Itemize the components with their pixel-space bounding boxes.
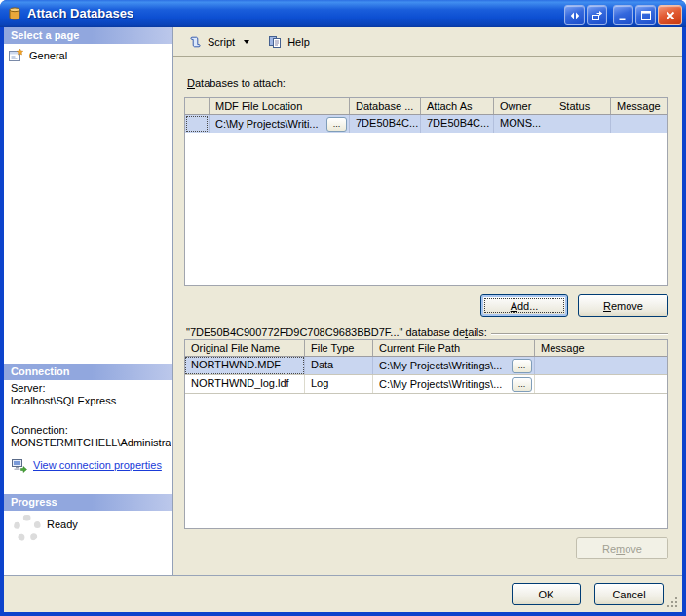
column-header-file-type: File Type — [305, 340, 373, 356]
group-box-line — [491, 333, 668, 334]
script-button[interactable]: Script — [181, 31, 255, 53]
toolbar: Script Help — [173, 27, 682, 57]
status-cell — [553, 115, 611, 133]
column-header-original-file-name: Original File Name — [185, 340, 305, 356]
attach-databases-dialog: Attach Databases Select a page — [0, 0, 686, 616]
window-controls — [564, 5, 682, 25]
current-file-path-value: C:\My Projects\Writings\... — [379, 376, 502, 393]
databases-to-attach-label: Databases to attach: — [187, 77, 286, 89]
add-button[interactable]: Add... — [480, 294, 568, 317]
browse-log-file-button[interactable]: ... — [512, 377, 532, 392]
attach-grid-row[interactable]: C:\My Projects\Writi... ... 7DE50B4C... … — [185, 115, 667, 133]
progress-header: Progress — [4, 494, 172, 511]
footer: OK Cancel — [4, 575, 682, 612]
script-button-label: Script — [208, 36, 235, 48]
help-icon — [267, 34, 283, 50]
column-header-database: Database ... — [350, 98, 421, 114]
cancel-button[interactable]: Cancel — [594, 583, 664, 605]
attach-as-cell: 7DE50B4C... — [421, 115, 494, 133]
general-page-icon — [8, 48, 24, 63]
current-file-path-cell: C:\My Projects\Writings\... ... — [373, 375, 535, 393]
connection-properties-icon — [11, 457, 27, 473]
sidebar-item-general[interactable]: General — [8, 47, 67, 63]
view-connection-properties-link[interactable]: View connection properties — [33, 459, 162, 471]
nav-arrows-button[interactable] — [564, 5, 585, 25]
current-file-path-value: C:\My Projects\Writings\... — [379, 358, 502, 374]
server-label: Server: — [11, 382, 116, 395]
select-a-page-header: Select a page — [4, 27, 172, 44]
original-file-name-cell: NORTHWND.MDF — [185, 357, 305, 374]
titlebar[interactable]: Attach Databases — [0, 0, 686, 27]
button-focus-rect — [484, 298, 564, 313]
connection-header: Connection — [4, 364, 172, 380]
sidebar-item-general-label: General — [29, 50, 67, 61]
mdf-file-location-value: C:\My Projects\Writi... — [215, 116, 319, 133]
file-type-cell: Data — [305, 357, 373, 374]
progress-spinner-icon — [14, 515, 41, 542]
connection-label: Connection: — [11, 424, 171, 437]
original-file-name-cell: NORTHWND_log.ldf — [185, 375, 305, 393]
details-grid-header: Original File Name File Type Current Fil… — [185, 340, 667, 357]
column-header-owner: Owner — [494, 98, 553, 114]
resize-grip[interactable] — [666, 596, 678, 608]
ok-button[interactable]: OK — [512, 583, 581, 605]
details-message-cell — [535, 357, 667, 374]
remove-button[interactable]: Remove — [578, 294, 668, 317]
close-button[interactable] — [658, 5, 682, 25]
browse-data-file-button[interactable]: ... — [512, 359, 532, 373]
progress-status: Ready — [47, 519, 78, 530]
details-message-cell — [535, 375, 667, 393]
file-type-cell: Log — [305, 375, 373, 393]
row-focus-rect — [186, 116, 208, 132]
server-value: localhost\SQLExpress — [11, 395, 116, 407]
column-header-details-message: Message — [535, 340, 667, 356]
pop-out-button[interactable] — [587, 5, 607, 25]
help-button-label: Help — [287, 36, 310, 48]
databases-to-attach-grid[interactable]: MDF File Location Database ... Attach As… — [184, 97, 668, 286]
script-icon — [187, 34, 203, 50]
database-cell: 7DE50B4C... — [350, 115, 421, 133]
minimize-button[interactable] — [613, 5, 633, 25]
attach-grid-header: MDF File Location Database ... Attach As… — [185, 98, 667, 115]
help-button[interactable]: Help — [261, 31, 316, 53]
main-panel: Script Help Dat — [173, 27, 682, 575]
database-details-label: "7DE50B4C900772FD9C708C9683BBD7F..." dat… — [186, 327, 487, 338]
database-details-grid[interactable]: Original File Name File Type Current Fil… — [184, 339, 668, 529]
browse-mdf-button[interactable]: ... — [326, 117, 347, 132]
column-header-status: Status — [553, 98, 611, 114]
script-dropdown-icon — [244, 40, 249, 44]
original-file-name-value: NORTHWND.MDF — [191, 359, 281, 370]
column-header-message: Message — [611, 98, 667, 114]
mdf-file-location-cell: C:\My Projects\Writi... ... — [210, 115, 350, 133]
maximize-button[interactable] — [635, 5, 656, 25]
sidebar: Select a page General Connection Server:… — [4, 27, 173, 575]
connection-value: MONSTERMITCHELL\Administra — [11, 437, 171, 449]
window-title: Attach Databases — [27, 0, 133, 27]
details-grid-row-log[interactable]: NORTHWND_log.ldf Log C:\My Projects\Writ… — [185, 375, 667, 394]
dialog-body: Select a page General Connection Server:… — [4, 27, 682, 612]
row-selector-cell[interactable] — [185, 115, 210, 133]
column-header-row-selector — [185, 98, 210, 114]
remove-details-button[interactable]: Remove — [576, 537, 668, 559]
column-header-current-file-path: Current File Path — [373, 340, 535, 356]
current-file-path-cell: C:\My Projects\Writings\... ... — [373, 357, 535, 374]
details-grid-row-data[interactable]: NORTHWND.MDF Data C:\My Projects\Writing… — [185, 357, 667, 375]
message-cell — [611, 115, 667, 133]
database-icon — [7, 6, 22, 21]
owner-cell: MONS... — [494, 115, 553, 133]
column-header-attach-as: Attach As — [421, 98, 494, 114]
column-header-mdf-file-location: MDF File Location — [210, 98, 350, 114]
